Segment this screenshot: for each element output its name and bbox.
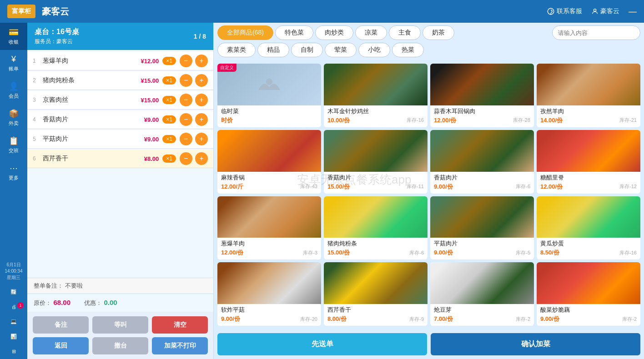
dish-card-6[interactable]: 香菇肉片 9.00/份 库存-6	[430, 130, 534, 194]
cat-tab-veg[interactable]: 素菜类	[217, 43, 256, 57]
dish-card-1[interactable]: 木耳金针炒鸡丝 10.00/份 库存-16	[324, 64, 428, 127]
dish-name-15: 酸菜炒脆藕	[540, 306, 637, 314]
clear-button[interactable]: 清空	[152, 316, 208, 334]
dish-stock-15: 库存-2	[622, 316, 637, 323]
increase-btn-4[interactable]: +	[195, 113, 208, 126]
sidebar-item-more[interactable]: ⋯ 更多	[0, 159, 27, 186]
sidebar-refresh[interactable]: 🔄	[0, 284, 27, 299]
dish-stock-14: 库存-2	[516, 316, 530, 323]
cat-tab-staple[interactable]: 主食	[389, 25, 421, 40]
sidebar-label-member: 会员	[9, 93, 19, 100]
delivery-icon: 📦	[9, 109, 19, 119]
cashier-icon: 💳	[9, 27, 19, 37]
dish-stock-12: 库存-20	[300, 316, 317, 323]
decrease-btn-2[interactable]: −	[180, 74, 192, 87]
sidebar-label-cashier: 收银	[9, 39, 19, 45]
cat-tab-cold[interactable]: 凉菜	[355, 25, 387, 40]
increase-btn-1[interactable]: +	[195, 55, 208, 67]
category-tabs-row2: 素菜类 精品 自制 荤菜 小吃 热菜	[214, 43, 644, 60]
dish-card-4[interactable]: 麻辣香锅 12.00/斤 库存-43	[217, 130, 321, 194]
cat-tab-meat[interactable]: 荤菜	[325, 43, 357, 57]
sidebar-item-bill[interactable]: ¥ 账单	[0, 50, 27, 77]
dish-name-13: 西芹香干	[327, 306, 424, 314]
decrease-btn-1[interactable]: −	[180, 55, 192, 67]
monitor-icon: 💻	[10, 319, 17, 324]
cat-tab-all[interactable]: 全部商品(68)	[217, 25, 273, 40]
dish-card-0[interactable]: 自定义 临时菜 时价	[217, 64, 321, 127]
sidebar-item-delivery[interactable]: 📦 外卖	[0, 104, 27, 131]
table-page: 1 / 8	[194, 33, 206, 40]
order-item-1: 1 葱爆羊肉 ¥12.00 ×1 − +	[27, 52, 213, 70]
sidebar-monitor[interactable]: 💻	[0, 314, 27, 329]
dish-card-13[interactable]: 西芹香干 8.00/份 库存-9	[324, 262, 428, 326]
dish-card-12[interactable]: 软炸平菇 9.00/份 库存-20	[217, 262, 321, 326]
right-bottom-actions: 先送单 确认加菜	[214, 329, 644, 359]
support-link[interactable]: 联系客服	[547, 7, 582, 15]
cat-tab-snack[interactable]: 小吃	[358, 43, 390, 57]
decrease-btn-4[interactable]: −	[180, 113, 192, 126]
decrease-btn-6[interactable]: −	[180, 152, 192, 165]
sidebar-item-cashier[interactable]: 💳 收银	[0, 23, 27, 50]
app-logo: 豪客云	[42, 5, 547, 18]
sidebar-item-shift[interactable]: 📋 交班	[0, 131, 27, 159]
user-info[interactable]: 豪客云	[591, 7, 619, 15]
dish-stock-9: 库存-6	[409, 249, 424, 256]
dish-stock-4: 库存-43	[300, 183, 317, 190]
remark-button[interactable]: 备注	[33, 316, 89, 334]
original-price-value: 68.00	[53, 299, 70, 306]
cat-tab-hot[interactable]: 热菜	[392, 43, 424, 57]
topbar-right: 联系客服 豪客云 —	[547, 7, 637, 16]
increase-btn-2[interactable]: +	[195, 74, 208, 87]
wait-button[interactable]: 等叫	[92, 316, 148, 334]
back-button[interactable]: 返回	[33, 337, 89, 354]
dish-stock-2: 库存-28	[513, 117, 530, 124]
increase-btn-5[interactable]: +	[195, 133, 208, 145]
dish-card-10[interactable]: 平菇肉片 9.00/份 库存-5	[430, 196, 534, 260]
dish-card-7[interactable]: 糖醋里脊 12.00/份 库存-12	[537, 130, 640, 194]
sidebar: 💳 收银 ¥ 账单 👤 会员 📦 外卖 📋 交班 ⋯ 更多 6月1日 14:00…	[0, 23, 27, 359]
order-item-2: 2 猪肉炖粉条 ¥15.00 ×1 − +	[27, 71, 213, 90]
dish-card-15[interactable]: 酸菜炒脆藕 9.00/份 库存-2	[537, 262, 640, 326]
cat-tab-special[interactable]: 特色菜	[275, 25, 313, 40]
no-print-button[interactable]: 加菜不打印	[152, 337, 208, 354]
dish-price-8: 12.00/份	[221, 249, 243, 257]
dish-card-3[interactable]: 孜然羊肉 14.00/份 库存-21	[537, 64, 640, 127]
original-price-label: 原价：	[34, 299, 51, 306]
print-badge: 1	[17, 302, 24, 309]
dish-price-2: 12.00/份	[434, 116, 456, 125]
sidebar-item-member[interactable]: 👤 会员	[0, 77, 27, 104]
dish-card-5[interactable]: 香菇肉片 15.00/份 库存-11	[324, 130, 428, 194]
dish-price-10: 9.00/份	[434, 249, 453, 257]
table-name: 桌台：16号桌	[35, 27, 79, 37]
clear-table-button[interactable]: 撤台	[92, 337, 148, 354]
cat-tab-milk[interactable]: 奶茶	[423, 25, 454, 40]
dish-price-3: 14.00/份	[540, 116, 563, 125]
dish-name-4: 麻辣香锅	[221, 174, 317, 182]
dish-name-10: 平菇肉片	[434, 239, 530, 248]
dish-card-2[interactable]: 蒜香木耳回锅肉 12.00/份 库存-28	[430, 64, 534, 127]
sidebar-grid[interactable]: ⊞	[0, 344, 27, 359]
minimize-button[interactable]: —	[629, 7, 637, 16]
dish-card-8[interactable]: 葱爆羊肉 12.00/份 库存-3	[217, 196, 321, 260]
pre-send-button[interactable]: 先送单	[217, 333, 427, 355]
remark-row: 整单备注： 不要啦	[27, 278, 213, 294]
sidebar-label-bill: 账单	[9, 65, 19, 72]
increase-btn-3[interactable]: +	[195, 94, 208, 106]
decrease-btn-3[interactable]: −	[180, 94, 192, 106]
sidebar-print[interactable]: 🖨 1	[0, 299, 27, 314]
dish-stock-3: 库存-21	[619, 117, 637, 124]
sidebar-chart[interactable]: 📊	[0, 329, 27, 344]
dish-card-14[interactable]: 炝豆芽 7.00/份 库存-2	[430, 262, 534, 326]
cat-tab-homemade[interactable]: 自制	[291, 43, 323, 57]
confirm-add-button[interactable]: 确认加菜	[431, 333, 640, 355]
increase-btn-6[interactable]: +	[195, 152, 208, 165]
cat-tab-premium[interactable]: 精品	[257, 43, 289, 57]
dish-card-11[interactable]: 黄瓜炒蛋 8.50/份 库存-16	[537, 196, 640, 260]
decrease-btn-5[interactable]: −	[180, 133, 192, 145]
dish-card-9[interactable]: 猪肉炖粉条 15.00/份 库存-6	[324, 196, 428, 260]
cat-tab-stirfry[interactable]: 肉炒类	[315, 25, 353, 40]
search-input[interactable]	[552, 25, 640, 40]
sidebar-label-more: 更多	[9, 175, 19, 181]
category-tabs: 全部商品(68) 特色菜 肉炒类 凉菜 主食 奶茶	[214, 23, 644, 43]
dish-name-2: 蒜香木耳回锅肉	[434, 107, 530, 115]
